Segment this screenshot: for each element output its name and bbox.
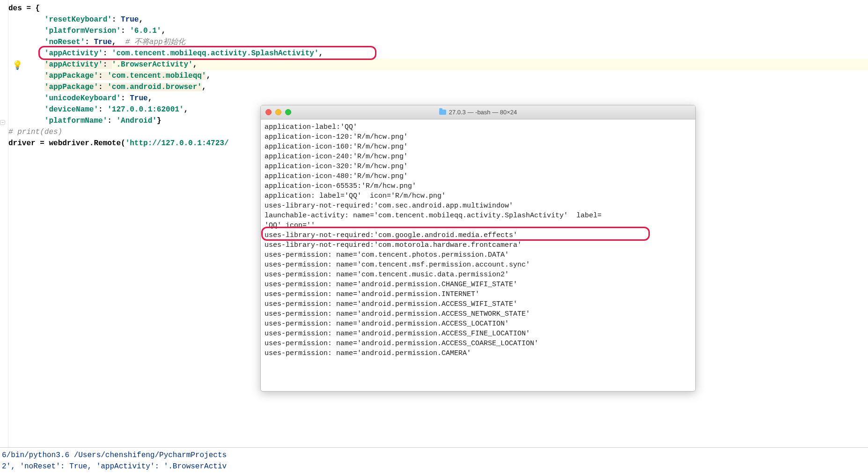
annotation-box-appactivity: [38, 46, 376, 60]
dict-key: 'noReset': [44, 38, 85, 46]
terminal-output[interactable]: application-label:'QQ' application-icon-…: [261, 119, 695, 391]
dict-key: 'appPackage': [44, 83, 98, 91]
highlighted-range: 'appPackage': 'com.tencent.mobileqq': [44, 72, 206, 80]
dict-val: 'com.android.browser': [107, 83, 202, 91]
terminal-titlebar[interactable]: 27.0.3 — -bash — 80×24: [261, 105, 695, 119]
dict-key: 'resetKeyboard': [44, 15, 112, 24]
dict-key: 'platformName': [44, 117, 107, 125]
code-line: 'unicodeKeyboard': True,: [8, 93, 868, 104]
string-literal: 'http://127.0.0.1:4723/: [125, 139, 229, 148]
highlighted-range: 'appActivity': '.BrowserActivity',: [44, 59, 868, 70]
console-text: 6/bin/python3.6 /Users/chenshifeng/Pycha…: [2, 451, 227, 459]
dict-key: 'platformVersion': [44, 27, 121, 35]
code-line: 'appPackage': 'com.tencent.mobileqq',: [8, 70, 868, 81]
terminal-title-text: 27.0.3 — -bash — 80×24: [449, 109, 517, 116]
dict-key: 'appPackage': [44, 72, 98, 80]
variable: driver: [8, 139, 36, 148]
comment: # 不将app初始化: [125, 38, 185, 46]
code-line: 'appPackage': 'com.android.browser',: [8, 81, 868, 93]
dict-key: 'appActivity': [44, 60, 103, 69]
highlighted-range: 'appPackage': 'com.android.browser': [44, 83, 202, 91]
dict-key: 'unicodeKeyboard': [44, 94, 121, 103]
fold-toggle-icon[interactable]: –: [0, 120, 5, 125]
dict-val: '6.0.1': [130, 27, 161, 35]
code-line: 'resetKeyboard': True,: [8, 14, 868, 25]
dict-val: '.BrowserActivity': [112, 60, 193, 69]
console-text: 2', 'noReset': True, 'appActivity': '.Br…: [2, 462, 227, 471]
func-call: webdriver.Remote(: [49, 139, 125, 148]
code-line: 'platformVersion': '6.0.1',: [8, 25, 868, 37]
console-line: 6/bin/python3.6 /Users/chenshifeng/Pycha…: [2, 450, 868, 461]
terminal-window[interactable]: 27.0.3 — -bash — 80×24 application-label…: [260, 105, 696, 392]
dict-val: True: [94, 38, 111, 46]
dict-val: '127.0.0.1:62001': [107, 105, 184, 114]
code-line: des = {: [8, 3, 868, 14]
code-line: 'appActivity': '.BrowserActivity',: [8, 59, 868, 70]
variable: des: [8, 4, 22, 13]
console-line: 2', 'noReset': True, 'appActivity': '.Br…: [2, 461, 868, 472]
annotation-box-launchable: [261, 227, 650, 241]
folder-icon: [439, 110, 446, 115]
run-console[interactable]: 6/bin/python3.6 /Users/chenshifeng/Pycha…: [0, 447, 868, 474]
dict-val: 'com.tencent.mobileqq': [107, 72, 206, 80]
dict-val: 'Android': [116, 117, 156, 125]
terminal-title: 27.0.3 — -bash — 80×24: [261, 109, 695, 116]
lightbulb-icon[interactable]: 💡: [12, 60, 22, 70]
dict-key: 'deviceName': [44, 105, 98, 114]
dict-val: True: [130, 94, 147, 103]
dict-val: True: [121, 15, 139, 24]
